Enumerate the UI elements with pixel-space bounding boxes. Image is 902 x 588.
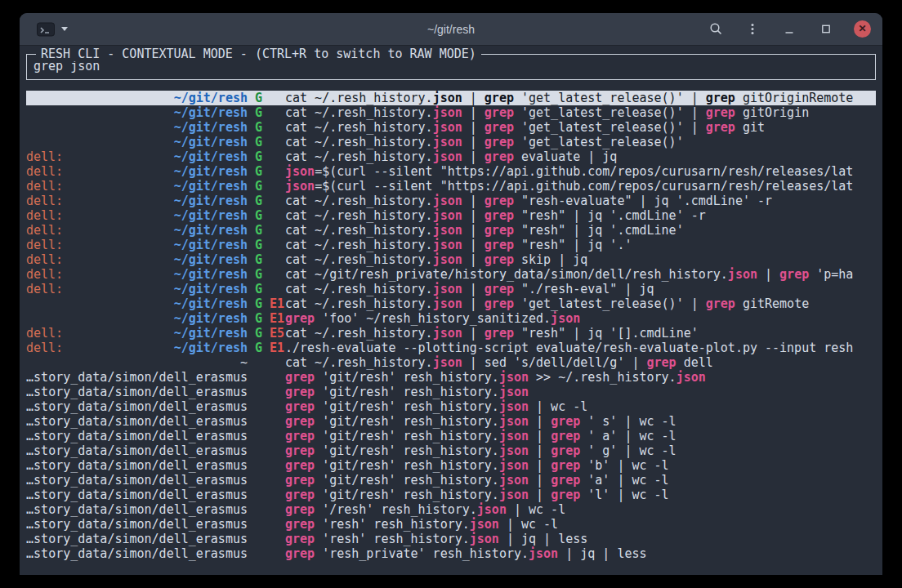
history-row[interactable]: …story_data/simon/dell_erasmusgrep 'git/…	[26, 473, 876, 488]
history-row[interactable]: dell:~/git/resh Gcat ~/.resh_history.jso…	[26, 208, 876, 223]
history-row[interactable]: ~/git/resh Gcat ~/.resh_history.json | g…	[26, 91, 876, 105]
status-flags: G	[248, 238, 285, 252]
match-highlight: grep	[551, 443, 580, 458]
history-row[interactable]: …story_data/simon/dell_erasmusgrep 'git/…	[26, 370, 876, 385]
match-highlight: grep	[551, 488, 580, 502]
history-row[interactable]: …story_data/simon/dell_erasmusgrep 'git/…	[26, 385, 876, 399]
status-flag: E1	[270, 296, 284, 311]
tab-switcher[interactable]	[31, 21, 68, 38]
menu-kebab-icon[interactable]	[743, 20, 761, 38]
match-highlight: grep	[551, 473, 580, 488]
history-row[interactable]: dell:~/git/resh Gcat ~/.resh_history.jso…	[26, 223, 876, 238]
row-location: …story_data/simon/dell_erasmus	[26, 414, 248, 429]
history-row[interactable]: ~cat ~/.resh_history.json | sed 's/dell/…	[26, 355, 876, 370]
history-row[interactable]: …story_data/simon/dell_erasmusgrep 'resh…	[26, 546, 876, 561]
maximize-button[interactable]	[817, 20, 835, 38]
host-label: dell:	[26, 282, 63, 296]
directory-label: …story_data/simon/dell_erasmus	[26, 502, 248, 517]
history-row[interactable]: ~/git/resh G E1grep 'foo' ~/resh_history…	[26, 311, 876, 326]
titlebar[interactable]: ~/git/resh	[20, 13, 882, 46]
match-highlight: grep	[484, 208, 514, 223]
row-location: …story_data/simon/dell_erasmus	[26, 502, 248, 517]
history-row[interactable]: dell:~/git/resh G E5cat ~/.resh_history.…	[26, 326, 876, 341]
command-text: cat ~/.resh_history.json | grep skip | j…	[285, 252, 876, 267]
row-location: dell:~/git/resh	[26, 179, 248, 194]
history-row[interactable]: …story_data/simon/dell_erasmusgrep 'git/…	[26, 414, 876, 429]
status-flags	[248, 429, 285, 443]
directory-label: ~/git/resh	[174, 135, 248, 149]
match-highlight: grep	[484, 105, 514, 120]
command-text: ./resh-evaluate --plotting-script evalua…	[285, 341, 876, 355]
history-row[interactable]: dell:~/git/resh Gjson=$(curl --silent "h…	[26, 179, 876, 194]
row-location: ~/git/resh	[26, 120, 248, 135]
history-row[interactable]: …story_data/simon/dell_erasmusgrep 'git/…	[26, 399, 876, 414]
match-highlight: grep	[484, 149, 514, 164]
status-flag: G	[255, 120, 262, 135]
history-row[interactable]: ~/git/resh Gcat ~/.resh_history.json | g…	[26, 105, 876, 120]
history-row[interactable]: dell:~/git/resh Gcat ~/.resh_history.jso…	[26, 282, 876, 296]
row-location: …story_data/simon/dell_erasmus	[26, 517, 248, 532]
row-location: dell:~/git/resh	[26, 341, 248, 355]
minimize-button[interactable]	[780, 20, 798, 38]
history-row[interactable]: …story_data/simon/dell_erasmusgrep 'git/…	[26, 458, 876, 473]
history-row[interactable]: dell:~/git/resh G E1./resh-evaluate --pl…	[26, 341, 876, 355]
history-row[interactable]: …story_data/simon/dell_erasmusgrep 'git/…	[26, 429, 876, 443]
search-icon[interactable]	[707, 20, 725, 38]
row-location: …story_data/simon/dell_erasmus	[26, 385, 248, 399]
history-row[interactable]: …story_data/simon/dell_erasmusgrep 'resh…	[26, 532, 876, 546]
row-location: ~/git/resh	[26, 105, 248, 120]
status-flags: G	[248, 208, 285, 223]
history-row[interactable]: …story_data/simon/dell_erasmusgrep 'git/…	[26, 443, 876, 458]
close-button[interactable]: ✕	[854, 20, 871, 38]
row-location: dell:~/git/resh	[26, 282, 248, 296]
status-flag: G	[255, 194, 262, 208]
status-flag: E1	[270, 341, 284, 355]
row-location: …story_data/simon/dell_erasmus	[26, 399, 248, 414]
match-highlight: grep	[484, 91, 514, 105]
history-row[interactable]: ~/git/resh G E1cat ~/.resh_history.json …	[26, 296, 876, 311]
status-flags: G	[248, 91, 285, 105]
status-flag: G	[255, 149, 262, 164]
history-row[interactable]: …story_data/simon/dell_erasmusgrep 'resh…	[26, 517, 876, 532]
match-highlight: json	[499, 385, 529, 399]
history-row[interactable]: dell:~/git/resh Gjson=$(curl --silent "h…	[26, 164, 876, 179]
terminal-content: RESH CLI - CONTEXTUAL MODE - (CTRL+R to …	[20, 46, 882, 568]
history-row[interactable]: dell:~/git/resh Gcat ~/.resh_history.jso…	[26, 149, 876, 164]
host-label: dell:	[26, 326, 63, 341]
history-row[interactable]: dell:~/git/resh Gcat ~/git/resh_private/…	[26, 267, 876, 282]
row-location: ~/git/resh	[26, 311, 248, 326]
match-highlight: json	[433, 355, 462, 370]
match-highlight: json	[433, 282, 462, 296]
status-flags: G E1	[248, 296, 285, 311]
history-row[interactable]: dell:~/git/resh Gcat ~/.resh_history.jso…	[26, 238, 876, 252]
history-row[interactable]: …story_data/simon/dell_erasmusgrep 'git/…	[26, 488, 876, 502]
row-location: …story_data/simon/dell_erasmus	[26, 488, 248, 502]
directory-label: ~/git/resh	[174, 194, 248, 208]
directory-label: …story_data/simon/dell_erasmus	[26, 385, 248, 399]
host-label: dell:	[26, 223, 63, 238]
history-row[interactable]: dell:~/git/resh Gcat ~/.resh_history.jso…	[26, 252, 876, 267]
directory-label: …story_data/simon/dell_erasmus	[26, 546, 248, 561]
directory-label: ~/git/resh	[174, 341, 248, 355]
match-highlight: json	[433, 238, 462, 252]
match-highlight: grep	[706, 91, 735, 105]
status-flag: E1	[270, 311, 284, 326]
match-highlight: grep	[484, 135, 514, 149]
history-row[interactable]: dell:~/git/resh Gcat ~/.resh_history.jso…	[26, 194, 876, 208]
match-highlight: grep	[285, 517, 315, 532]
status-flags: G	[248, 149, 285, 164]
status-flag: E5	[270, 326, 284, 341]
history-row[interactable]: ~/git/resh Gcat ~/.resh_history.json | g…	[26, 120, 876, 135]
command-text: cat ~/.resh_history.json | grep 'get_lat…	[285, 296, 876, 311]
status-flags	[248, 458, 285, 473]
history-row[interactable]: ~/git/resh Gcat ~/.resh_history.json | g…	[26, 135, 876, 149]
directory-label: ~/git/resh	[174, 179, 248, 194]
match-highlight: grep	[285, 370, 315, 385]
match-highlight: json	[499, 370, 529, 385]
match-highlight: json	[433, 120, 462, 135]
match-highlight: json	[499, 488, 529, 502]
history-row[interactable]: …story_data/simon/dell_erasmusgrep '/res…	[26, 502, 876, 517]
status-flags: G E1	[248, 341, 285, 355]
directory-label: ~/git/resh	[174, 326, 248, 341]
status-flags: G	[248, 135, 285, 149]
